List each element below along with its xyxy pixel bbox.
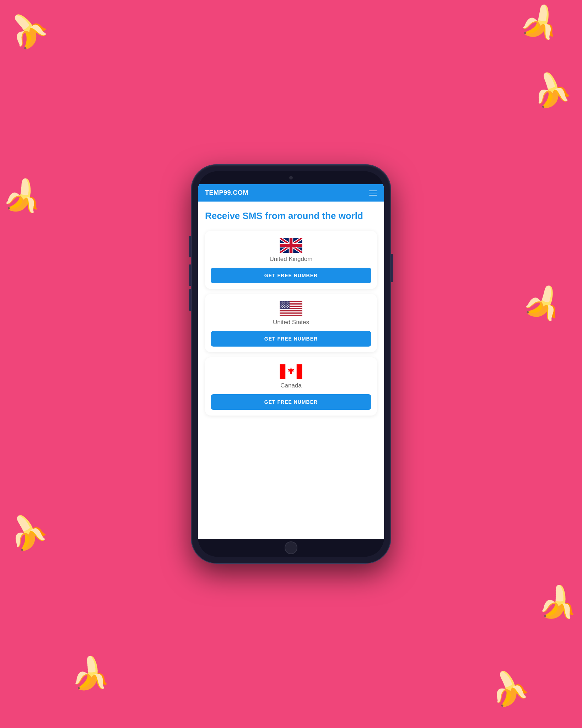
banana-decoration: 🍌 [516, 0, 566, 47]
flag-us [280, 301, 302, 316]
banana-decoration: 🍌 [0, 3, 53, 55]
hamburger-menu-button[interactable] [369, 191, 377, 196]
svg-point-33 [281, 304, 281, 304]
svg-point-34 [282, 304, 283, 304]
svg-point-32 [288, 303, 289, 303]
svg-point-43 [281, 305, 281, 306]
country-card-ca: Canada GET FREE NUMBER [205, 357, 377, 416]
svg-rect-60 [297, 364, 302, 379]
svg-point-23 [281, 301, 281, 302]
svg-point-29 [283, 303, 284, 303]
svg-point-56 [286, 307, 286, 308]
svg-point-25 [284, 301, 285, 302]
svg-rect-16 [280, 309, 302, 310]
svg-point-42 [288, 304, 289, 305]
svg-point-51 [286, 306, 287, 307]
svg-point-38 [281, 304, 282, 305]
svg-point-24 [282, 301, 283, 302]
hamburger-line [369, 191, 377, 191]
svg-point-46 [286, 305, 286, 306]
svg-point-53 [281, 307, 281, 308]
banana-decoration: 🍌 [529, 68, 575, 112]
svg-point-55 [284, 307, 285, 308]
get-free-number-us-button[interactable]: GET FREE NUMBER [211, 331, 371, 347]
svg-point-35 [284, 304, 285, 304]
svg-point-49 [283, 306, 284, 307]
hamburger-line [369, 195, 377, 196]
svg-point-39 [283, 304, 284, 305]
svg-point-31 [286, 303, 287, 303]
banana-decoration: 🍌 [2, 507, 52, 556]
svg-rect-8 [280, 244, 302, 247]
country-card-us: United States GET FREE NUMBER [205, 294, 377, 352]
flag-uk [280, 238, 302, 253]
country-name-ca: Canada [280, 382, 302, 389]
hamburger-line [369, 193, 377, 193]
svg-point-48 [281, 306, 282, 307]
navbar: TEMP99.COM [198, 184, 384, 202]
country-card-uk: United Kingdom GET FREE NUMBER [205, 231, 377, 289]
phone-device: TEMP99.COM Receive SMS from around the w… [192, 165, 390, 563]
banana-decoration: 🍌 [70, 653, 113, 694]
svg-point-26 [286, 301, 286, 302]
navbar-brand: TEMP99.COM [205, 189, 248, 197]
svg-point-57 [287, 307, 288, 308]
phone-screen-container: TEMP99.COM Receive SMS from around the w… [198, 171, 384, 557]
banana-decoration: 🍌 [536, 581, 582, 625]
page-title: Receive SMS from around the world [205, 210, 377, 222]
svg-rect-19 [280, 312, 302, 314]
phone-screen: TEMP99.COM Receive SMS from around the w… [198, 184, 384, 539]
country-name-uk: United Kingdom [270, 256, 313, 263]
banana-decoration: 🍌 [0, 173, 48, 219]
phone-top-bar [198, 171, 384, 184]
svg-point-54 [282, 307, 283, 308]
main-content: Receive SMS from around the world [198, 202, 384, 539]
svg-rect-22 [280, 301, 290, 309]
banana-decoration: 🍌 [518, 278, 570, 328]
country-name-us: United States [273, 319, 309, 326]
svg-rect-21 [280, 315, 302, 316]
svg-point-40 [285, 304, 285, 305]
svg-point-47 [287, 305, 288, 306]
svg-point-45 [284, 305, 285, 306]
svg-rect-20 [280, 314, 302, 315]
camera-dot [289, 176, 293, 180]
phone-bottom [198, 539, 384, 557]
banana-decoration: 🍌 [485, 665, 533, 711]
svg-point-27 [287, 301, 288, 302]
svg-rect-17 [280, 310, 302, 311]
svg-point-28 [281, 303, 282, 303]
svg-rect-59 [280, 364, 286, 379]
svg-rect-18 [280, 311, 302, 312]
svg-point-41 [286, 304, 287, 305]
svg-rect-61 [290, 371, 292, 374]
get-free-number-uk-button[interactable]: GET FREE NUMBER [211, 268, 371, 283]
svg-point-44 [282, 305, 283, 306]
svg-point-30 [285, 303, 285, 303]
get-free-number-ca-button[interactable]: GET FREE NUMBER [211, 394, 371, 410]
svg-point-52 [288, 306, 289, 307]
flag-ca [280, 364, 302, 379]
svg-point-36 [286, 304, 286, 304]
svg-point-37 [287, 304, 288, 304]
home-button[interactable] [285, 541, 297, 554]
svg-point-50 [285, 306, 285, 307]
